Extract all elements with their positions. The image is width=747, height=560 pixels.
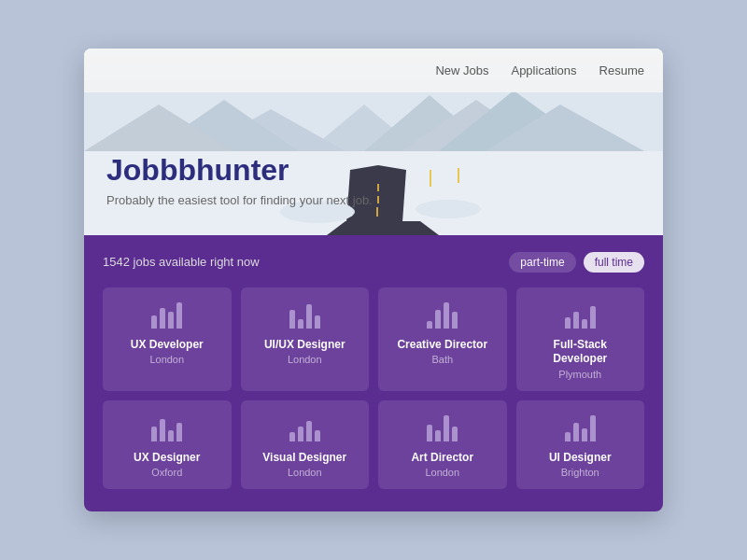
jobs-count: 1542 jobs available right now: [103, 255, 260, 269]
bottom-header: 1542 jobs available right now part-time …: [103, 252, 644, 273]
hero-subtitle: Probably the easiest tool for finding yo…: [106, 193, 373, 207]
job-card[interactable]: UI/UX DesignerLondon: [241, 287, 370, 391]
job-card[interactable]: Visual DesignerLondon: [241, 400, 370, 490]
job-title: UX Designer: [134, 451, 200, 466]
job-title: UI/UX Designer: [264, 338, 345, 353]
job-title: Creative Director: [397, 338, 487, 353]
job-card[interactable]: Art DirectorLondon: [378, 400, 507, 490]
svg-rect-14: [377, 184, 379, 191]
main-card: New Jobs Applications Resume Jobbbhunter…: [84, 49, 663, 512]
job-location: London: [149, 354, 184, 365]
job-title: Art Director: [411, 451, 473, 466]
bar-chart: [565, 301, 596, 329]
job-location: London: [288, 354, 322, 365]
nav-applications[interactable]: Applications: [511, 63, 576, 77]
bar-chart: [151, 301, 182, 329]
bar-chart: [427, 301, 458, 329]
bottom-section: 1542 jobs available right now part-time …: [84, 235, 663, 512]
job-card[interactable]: UI DesignerBrighton: [516, 400, 645, 490]
job-card[interactable]: Creative DirectorBath: [378, 287, 507, 391]
job-location: Plymouth: [558, 369, 601, 380]
nav-new-jobs[interactable]: New Jobs: [435, 63, 488, 77]
hero-section: New Jobs Applications Resume Jobbbhunter…: [84, 49, 663, 235]
svg-rect-18: [458, 168, 459, 183]
filter-buttons: part-time full time: [509, 252, 644, 273]
svg-point-13: [416, 200, 481, 218]
bar-chart: [151, 413, 182, 441]
hero-nav: New Jobs Applications Resume: [84, 49, 663, 92]
hero-title: Jobbbhunter: [106, 154, 373, 187]
bar-chart: [427, 413, 458, 441]
job-title: UI Designer: [549, 451, 612, 466]
job-location: Bath: [431, 354, 453, 365]
job-card[interactable]: UX DesignerOxford: [103, 400, 232, 490]
bar-chart: [565, 413, 596, 441]
bar-chart: [289, 301, 320, 329]
job-card[interactable]: Full-Stack DeveloperPlymouth: [516, 287, 645, 391]
jobs-grid: UX DeveloperLondonUI/UX DesignerLondonCr…: [103, 287, 644, 490]
svg-rect-15: [377, 196, 379, 203]
hero-content: Jobbbhunter Probably the easiest tool fo…: [106, 154, 373, 206]
filter-full-time[interactable]: full time: [584, 252, 644, 273]
filter-part-time[interactable]: part-time: [509, 252, 575, 273]
job-title: Visual Designer: [262, 451, 346, 466]
job-title: UX Developer: [131, 338, 204, 353]
svg-rect-17: [430, 170, 431, 187]
svg-marker-11: [327, 221, 439, 235]
job-location: Oxford: [151, 467, 182, 478]
bar-chart: [289, 413, 320, 441]
nav-resume[interactable]: Resume: [599, 63, 644, 77]
job-location: Brighton: [561, 467, 599, 478]
job-card[interactable]: UX DeveloperLondon: [103, 287, 232, 391]
job-location: London: [288, 467, 322, 478]
job-title: Full-Stack Developer: [526, 338, 636, 367]
job-location: London: [425, 467, 459, 478]
svg-rect-16: [376, 207, 378, 217]
